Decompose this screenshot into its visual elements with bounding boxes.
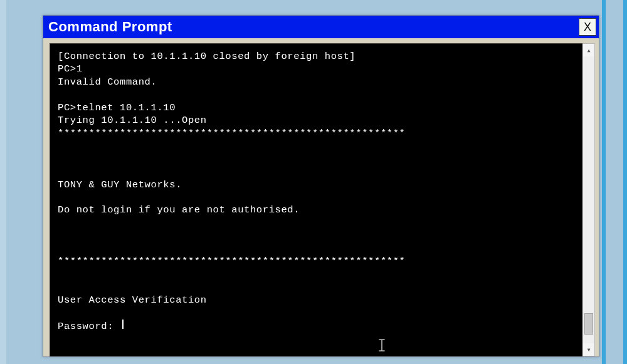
decorative-stripe	[0, 0, 6, 364]
scroll-track[interactable]	[583, 56, 594, 343]
chevron-down-icon: ▾	[586, 345, 591, 355]
window-body: [Connection to 10.1.1.10 closed by forei…	[43, 38, 599, 356]
window-title: Command Prompt	[48, 19, 172, 35]
text-caret	[122, 320, 124, 329]
mouse-text-cursor-icon	[377, 338, 386, 352]
scroll-thumb[interactable]	[584, 313, 593, 335]
password-prompt-label: Password:	[58, 320, 120, 333]
terminal-output: [Connection to 10.1.1.10 closed by forei…	[58, 50, 574, 320]
close-button[interactable]: X	[579, 18, 596, 36]
decorative-stripe	[602, 0, 606, 364]
scroll-down-button[interactable]: ▾	[583, 343, 594, 356]
scroll-up-button[interactable]: ▴	[583, 44, 594, 56]
command-prompt-window: Command Prompt X [Connection to 10.1.1.1…	[43, 15, 599, 357]
chevron-up-icon: ▴	[586, 46, 591, 55]
titlebar[interactable]: Command Prompt X	[43, 16, 599, 38]
password-prompt-line[interactable]: Password:	[58, 320, 574, 333]
vertical-scrollbar[interactable]: ▴ ▾	[582, 43, 595, 356]
decorative-stripe	[623, 0, 627, 364]
terminal[interactable]: [Connection to 10.1.1.10 closed by forei…	[50, 43, 582, 356]
close-icon: X	[584, 21, 591, 34]
desktop-background: Command Prompt X [Connection to 10.1.1.1…	[0, 0, 627, 364]
